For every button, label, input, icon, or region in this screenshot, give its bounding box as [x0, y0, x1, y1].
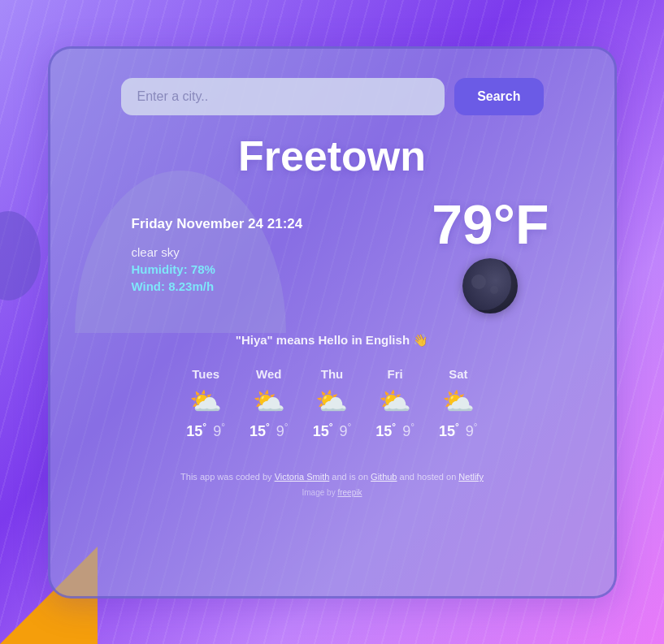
moon-icon	[462, 258, 518, 313]
forecast-temps: 15° 9°	[250, 421, 289, 440]
forecast-icon: ⛅	[442, 386, 475, 417]
forecast-day-name: Thu	[321, 367, 344, 381]
forecast-day-name: Wed	[256, 367, 281, 381]
forecast-section: Tues ⛅ 15° 9° Wed ⛅ 15° 9° Thu ⛅ 15° 9° …	[83, 367, 582, 440]
humidity-value: 78%	[191, 262, 215, 276]
freepik-link[interactable]: freepik	[337, 488, 362, 497]
weather-card: Search Freetown Friday November 24 21:24…	[48, 46, 617, 599]
temp-high: 15°	[439, 421, 459, 440]
temp-high: 15°	[250, 421, 270, 440]
forecast-icon: ⛅	[379, 386, 411, 417]
humidity-label: Humidity:	[132, 262, 188, 276]
temp-high: 15°	[186, 421, 206, 440]
datetime: Friday November 24 21:24	[132, 216, 303, 232]
forecast-icon: ⛅	[253, 386, 285, 417]
forecast-temps: 15° 9°	[375, 421, 414, 440]
forecast-icon: ⛅	[189, 386, 222, 417]
search-bar: Search	[121, 78, 544, 115]
temp-high: 15°	[375, 421, 396, 440]
netlify-link[interactable]: Netlify	[458, 472, 484, 482]
forecast-day: Thu ⛅ 15° 9°	[313, 367, 352, 440]
image-credit-before: Image by	[302, 488, 338, 497]
search-button[interactable]: Search	[454, 78, 543, 115]
blob-decoration	[0, 211, 41, 300]
wind-value: 8.23m/h	[168, 279, 214, 293]
temp-low: 9°	[276, 421, 289, 440]
temperature-block: 79°F	[432, 197, 549, 313]
forecast-day-name: Fri	[388, 367, 403, 381]
temp-high: 15°	[313, 421, 333, 440]
wind-label: Wind:	[132, 279, 166, 293]
forecast-day: Fri ⛅ 15° 9°	[375, 367, 414, 440]
forecast-icon: ⛅	[315, 386, 348, 417]
forecast-day: Tues ⛅ 15° 9°	[186, 367, 225, 440]
forecast-temps: 15° 9°	[186, 421, 225, 440]
footer-text-middle: and is on	[329, 472, 371, 482]
temp-low: 9°	[466, 421, 478, 440]
temperature: 79°F	[432, 197, 549, 252]
forecast-day: Wed ⛅ 15° 9°	[250, 367, 289, 440]
footer-text-after: and hosted on	[397, 472, 459, 482]
condition: clear sky	[132, 245, 303, 259]
temp-low: 9°	[213, 421, 225, 440]
greeting-text: "Hiya" means Hello in English 👋	[236, 333, 428, 348]
wind: Wind: 8.23m/h	[132, 279, 303, 293]
footer-text-before: This app was coded by	[180, 472, 275, 482]
forecast-temps: 15° 9°	[313, 421, 352, 440]
forecast-day-name: Tues	[192, 367, 219, 381]
city-name: Freetown	[238, 132, 426, 180]
weather-info: Friday November 24 21:24 clear sky Humid…	[132, 216, 303, 293]
forecast-day: Sat ⛅ 15° 9°	[439, 367, 478, 440]
author-link[interactable]: Victoria Smith	[275, 472, 330, 482]
github-link[interactable]: Github	[371, 472, 397, 482]
temp-low: 9°	[340, 421, 352, 440]
forecast-day-name: Sat	[449, 367, 467, 381]
weather-main-section: Friday November 24 21:24 clear sky Humid…	[83, 188, 582, 313]
humidity: Humidity: 78%	[132, 262, 303, 276]
footer: This app was coded by Victoria Smith and…	[180, 469, 484, 500]
forecast-temps: 15° 9°	[439, 421, 478, 440]
temp-low: 9°	[402, 421, 414, 440]
city-search-input[interactable]	[121, 78, 445, 115]
